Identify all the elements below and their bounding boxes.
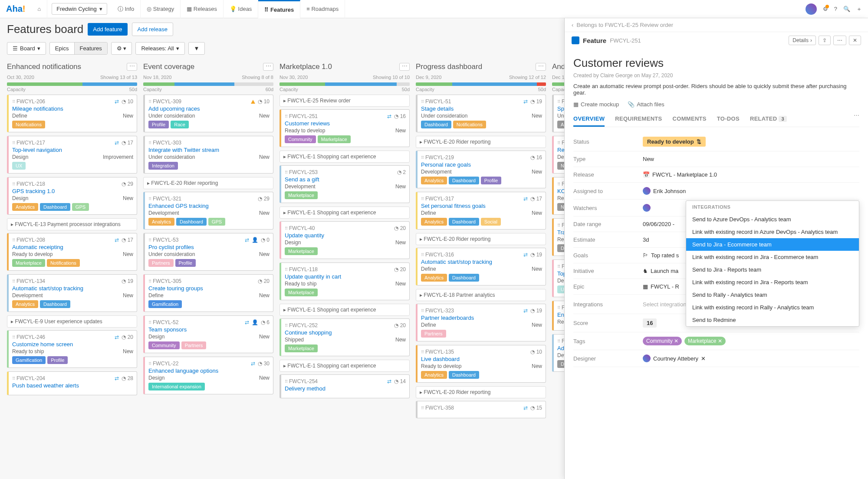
drag-handle-icon[interactable]: ⠿ [148, 361, 151, 366]
card-title[interactable]: Automatic start/stop tracking [421, 258, 542, 266]
feature-card[interactable]: ⠿FWCYL-305 ◔ 20 Create touring groups De… [143, 274, 273, 312]
feature-card[interactable]: ⠿FWCYL-317 ⇄◔ 17 Set personal fitness go… [416, 192, 546, 230]
epic-header[interactable]: ▸ FWCYL-E-20 Rider reporting [416, 386, 546, 398]
nav-ideas[interactable]: 💡 Ideas [224, 0, 258, 18]
card-title[interactable]: Update quantity [285, 231, 406, 240]
create-mockup-link[interactable]: ▦ Create mockup [573, 101, 619, 108]
card-title[interactable]: Customize home screen [12, 340, 133, 348]
feature-card[interactable]: ⠿FWCYL-118 ◔ 20 Update quantity in cart … [279, 262, 410, 300]
column-menu-icon[interactable]: ⋯ [263, 63, 273, 71]
card-title[interactable]: Stage details [421, 105, 542, 113]
share-icon[interactable]: ⇪ [819, 36, 831, 45]
drag-handle-icon[interactable]: ⠿ [421, 99, 423, 104]
epic-header[interactable]: ▸ FWCYL-E-1 Shopping cart experience [279, 304, 410, 316]
epic-header[interactable]: ▸ FWCYL-E-1 Shopping cart experience [279, 360, 410, 372]
feature-card[interactable]: ⠿FWCYL-358 ⇄◔ 15 [416, 401, 546, 418]
drag-handle-icon[interactable]: ⠿ [557, 99, 559, 104]
integration-option[interactable]: Link with existing record in Rally - Ana… [686, 301, 859, 314]
drag-handle-icon[interactable]: ⠿ [12, 182, 14, 187]
drag-handle-icon[interactable]: ⠿ [12, 376, 14, 381]
drag-handle-icon[interactable]: ⠿ [148, 197, 151, 201]
card-title[interactable]: Live dashboard [421, 355, 542, 363]
drag-handle-icon[interactable]: ⠿ [557, 305, 559, 310]
feature-card[interactable]: ⠿FWCYL-321 ◔ 29 Enhanced GPS tracking De… [143, 192, 273, 230]
integration-option[interactable]: Send to Azure DevOps - Analytics team [686, 213, 859, 226]
card-title[interactable]: Send as a gift [285, 175, 406, 184]
integration-option[interactable]: Send to Rally - Analytics team [686, 289, 859, 301]
feature-card[interactable]: ⠿FWCYL-135 ◔ 10 Live dashboard Ready to … [416, 345, 546, 383]
drag-handle-icon[interactable]: ⠿ [285, 226, 287, 231]
card-title[interactable]: Add upcoming races [148, 105, 270, 113]
drag-handle-icon[interactable]: ⠿ [421, 253, 423, 257]
drag-handle-icon[interactable]: ⠿ [421, 155, 423, 160]
card-title[interactable]: Pro cyclist profiles [148, 243, 270, 251]
status-pill[interactable]: Ready to develop ⇅ [643, 137, 706, 147]
drag-handle-icon[interactable]: ⠿ [12, 141, 14, 145]
card-title[interactable]: Mileage notifications [12, 105, 133, 113]
view-tab-epics[interactable]: Epics [50, 43, 75, 54]
gear-icon[interactable]: ⚙ [823, 6, 828, 12]
card-title[interactable]: Automatic receipting [12, 243, 133, 251]
tag-pill[interactable]: Marketplace ✕ [684, 337, 726, 345]
panel-breadcrumb[interactable]: ‹ Belongs to FWCYL-E-25 Review order [572, 22, 673, 28]
tab-related[interactable]: RELATED3 [750, 112, 787, 127]
card-title[interactable]: Integrate with Twitter stream [148, 146, 270, 154]
field-designer[interactable]: Courtney Attebery ✕ [643, 354, 859, 362]
feature-card[interactable]: ⠿FWCYL-246 ⇄◔ 20 Customize home screen R… [7, 330, 137, 368]
integration-option[interactable]: Link with existing record in Jira - Ecom… [686, 251, 859, 263]
nav-info[interactable]: ⓘ Info [112, 0, 141, 18]
epic-header[interactable]: ▸ FWCYL-E-13 Payment processor integrati… [7, 218, 137, 230]
tab-todos[interactable]: TO-DOS [717, 112, 740, 127]
field-type[interactable]: New [643, 156, 859, 162]
feature-card[interactable]: ⠿FWCYL-206 ⇄◔ 10 Mileage notifications D… [7, 95, 137, 132]
drag-handle-icon[interactable]: ⠿ [148, 141, 151, 145]
drag-handle-icon[interactable]: ⠿ [285, 114, 287, 119]
feature-card[interactable]: ⠿FWCYL-309 ◔ 10 Add upcoming races Under… [143, 95, 273, 132]
view-selector[interactable]: ☰ Board ▾ [7, 43, 46, 54]
card-title[interactable]: Create touring groups [148, 284, 270, 292]
score-badge[interactable]: 16 [643, 318, 657, 328]
more-icon[interactable]: ⋯ [833, 36, 846, 45]
feature-card[interactable]: ⠿FWCYL-134 ◔ 19 Automatic start/stop tra… [7, 274, 137, 312]
card-title[interactable]: Push based weather alerts [12, 381, 133, 390]
epic-header[interactable]: ▸ FWCYL-E-20 Rider reporting [143, 177, 273, 189]
drag-handle-icon[interactable]: ⠿ [421, 197, 423, 201]
feature-card[interactable]: ⠿FWCYL-40 ◔ 20 Update quantity DesignNew… [279, 221, 410, 259]
close-icon[interactable]: ✕ [849, 36, 861, 45]
drag-handle-icon[interactable]: ⠿ [12, 99, 14, 104]
epic-header[interactable]: ▸ FWCYL-E-9 User experience updates [7, 315, 137, 328]
integration-option[interactable]: Send to Jira - Reports team [686, 263, 859, 276]
nav-strategy[interactable]: ◎ Strategy [141, 0, 181, 18]
feature-card[interactable]: ⠿FWCYL-254 ⇄◔ 14 Delivery method [279, 374, 410, 398]
tag-pill[interactable]: Community ✕ [643, 337, 682, 345]
field-release[interactable]: 📅 FWCYL - Marketplace 1.0 [643, 171, 859, 178]
epic-header[interactable]: ▸ FWCYL-E-1 Shopping cart experience [279, 207, 410, 219]
avatar[interactable] [806, 3, 817, 15]
drag-handle-icon[interactable]: ⠿ [421, 406, 423, 410]
home-icon[interactable]: ⌂ [31, 0, 47, 18]
integration-option[interactable]: Send to Jira - Ecommerce team [686, 238, 859, 251]
view-tab-features[interactable]: Features [75, 43, 107, 54]
feature-card[interactable]: ⠿FWCYL-303 Integrate with Twitter stream… [143, 136, 273, 174]
drag-handle-icon[interactable]: ⠿ [148, 279, 151, 284]
field-watchers[interactable]: Notify watchers ▾ INTEGRATIONS Send to A… [643, 204, 859, 212]
drag-handle-icon[interactable]: ⠿ [557, 339, 559, 344]
tab-more-icon[interactable]: ⋯ [854, 112, 859, 127]
epic-header[interactable]: ▸ FWCYL-E-25 Review order [279, 95, 410, 107]
feature-card[interactable]: ⠿FWCYL-208 ⇄◔ 17 Automatic receipting Re… [7, 233, 137, 271]
card-title[interactable]: GPS tracking 1.0 [12, 187, 133, 195]
card-title[interactable]: Top-level navigation [12, 146, 133, 154]
card-title[interactable]: Team sponsors [148, 325, 270, 334]
drag-handle-icon[interactable]: ⠿ [148, 238, 151, 243]
feature-card[interactable]: ⠿FWCYL-22 ⇄◔ 30 Enhanced language option… [143, 357, 273, 394]
card-title[interactable]: Enhanced language options [148, 367, 270, 375]
integration-option[interactable]: Link with existing record in Jira - Repo… [686, 276, 859, 289]
drag-handle-icon[interactable]: ⠿ [148, 99, 151, 104]
card-title[interactable]: Set personal fitness goals [421, 202, 542, 210]
feature-card[interactable]: ⠿FWCYL-53 ⇄👤◔ 0 Pro cyclist profiles Und… [143, 233, 273, 271]
drag-handle-icon[interactable]: ⠿ [421, 350, 423, 354]
epic-header[interactable]: ▸ FWCYL-E-20 Rider reporting [416, 136, 546, 148]
nav-releases[interactable]: ▦ Releases [181, 0, 224, 18]
feature-card[interactable]: ⠿FWCYL-252 ◔ 20 Continue shopping Shippe… [279, 318, 410, 356]
tab-overview[interactable]: OVERVIEW [573, 112, 605, 127]
